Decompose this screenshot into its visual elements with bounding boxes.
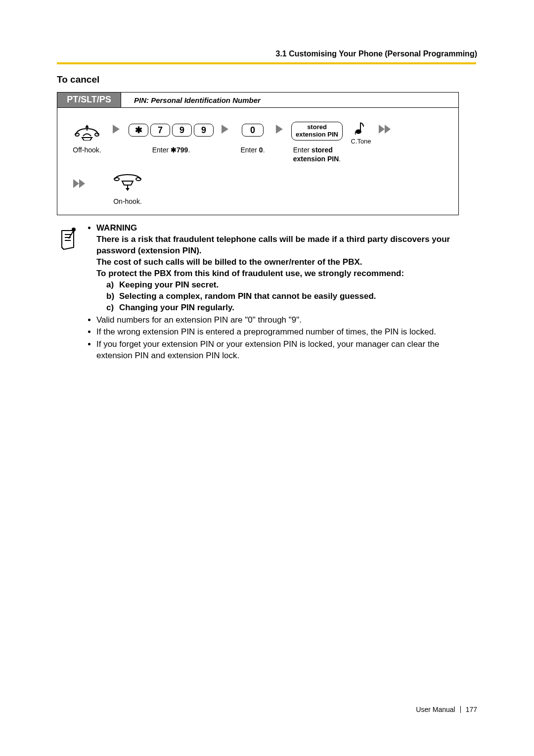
- header-divider: [57, 62, 476, 64]
- key-9: 9: [194, 124, 214, 137]
- diagram-subtitle: PIN: Personal Identification Number: [121, 93, 261, 107]
- svg-marker-7: [79, 179, 85, 188]
- svg-marker-4: [379, 125, 385, 134]
- key-star: ✱: [129, 124, 148, 137]
- arrow-icon: [113, 125, 121, 134]
- step-caption-onhook: On-hook.: [113, 197, 142, 206]
- notes-body: WARNING There is a risk that fraudulent …: [87, 223, 476, 363]
- page-footer: User Manual 177: [416, 706, 477, 713]
- key-7: 7: [150, 124, 170, 137]
- warning-text-3: To protect the PBX from this kind of fra…: [96, 269, 404, 278]
- step-caption-enter-stored: Enter stored extension PIN.: [293, 145, 341, 163]
- svg-marker-2: [276, 125, 283, 134]
- warning-text-2: The cost of such calls will be billed to…: [96, 257, 362, 267]
- arrow-icon: [276, 125, 284, 134]
- note-icon: [57, 226, 80, 251]
- warning-heading: WARNING: [96, 223, 137, 233]
- key-9: 9: [172, 124, 192, 137]
- svg-marker-6: [73, 179, 79, 188]
- section-title: To cancel: [57, 74, 99, 85]
- double-arrow-icon: [379, 125, 393, 134]
- stored-pin-box: stored extension PIN: [291, 122, 343, 141]
- recommendation-b: Selecting a complex, random PIN that can…: [119, 291, 376, 302]
- recommendation-a: Keeping your PIN secret.: [119, 280, 219, 291]
- svg-marker-1: [222, 125, 228, 134]
- warning-text-1: There is a risk that fraudulent telephon…: [96, 235, 450, 255]
- procedure-diagram: PT/SLT/PS PIN: Personal Identification N…: [57, 92, 459, 215]
- double-arrow-icon: [73, 179, 87, 188]
- step-caption-offhook: Off-hook.: [73, 145, 101, 154]
- step-caption-enter799: Enter ✱799.: [152, 145, 190, 154]
- footer-page-number: 177: [466, 706, 477, 713]
- svg-point-3: [356, 130, 361, 134]
- offhook-icon: [73, 120, 101, 141]
- ctone-label: C.Tone: [351, 138, 371, 145]
- diagram-tab: PT/SLT/PS: [57, 93, 121, 107]
- svg-marker-0: [113, 125, 120, 134]
- svg-marker-5: [385, 125, 391, 134]
- tone-icon: [354, 120, 368, 137]
- onhook-icon: [112, 172, 143, 192]
- breadcrumb: 3.1 Customising Your Phone (Personal Pro…: [276, 49, 477, 58]
- step-caption-enter0: Enter 0.: [240, 145, 265, 154]
- arrow-icon: [222, 125, 229, 134]
- note-bullet: Valid numbers for an extension PIN are "…: [96, 315, 476, 326]
- note-bullet: If the wrong extension PIN is entered a …: [96, 327, 476, 338]
- recommendation-c: Changing your PIN regularly.: [119, 302, 234, 314]
- key-0: 0: [242, 124, 264, 137]
- note-bullet: If you forget your extension PIN or your…: [96, 339, 476, 362]
- footer-label: User Manual: [416, 706, 455, 713]
